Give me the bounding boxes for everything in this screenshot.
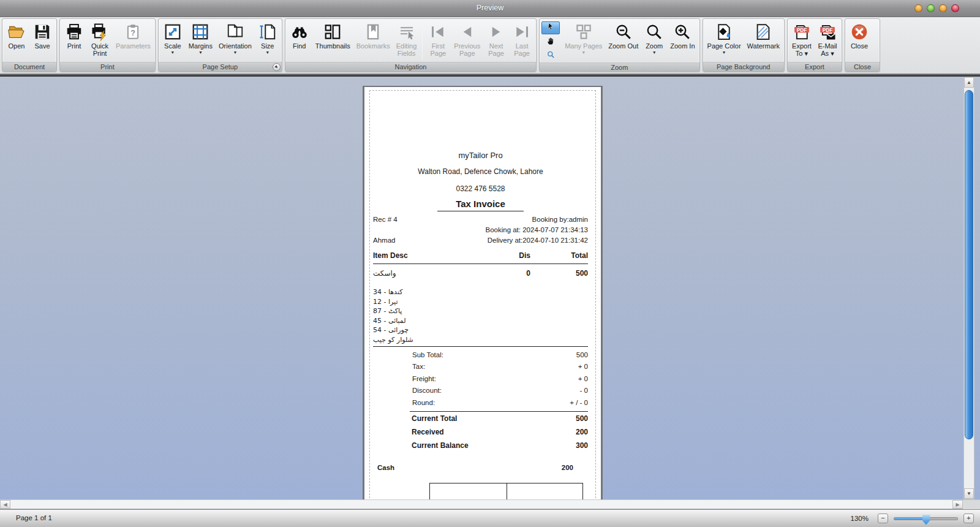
email-pdf-icon: PDF [818,23,837,41]
amount-value: + 0 [578,375,588,382]
receipt-number: Rec # 4 [373,216,398,223]
amount-label: Freight: [373,375,436,382]
bookmarks-icon [364,23,382,41]
ribbon-button-label: Next Page [488,42,504,57]
last-page-icon [513,23,531,41]
group-separator [422,23,423,59]
ribbon-button-previous-page: Previous Page [451,20,483,62]
amount-label: Round: [373,399,435,406]
ribbon-button-orientation[interactable]: Orientation▾ [216,20,255,62]
ribbon-button-scale[interactable]: Scale▾ [160,20,186,62]
ribbon-button-label: Many Pages [565,42,602,50]
amount-label: Received [373,428,444,436]
ribbon-group-caption: Navigation [285,62,536,72]
window-title: Preview [0,4,980,12]
ribbon-button-zoom-in[interactable]: Zoom In [667,20,698,63]
window-orb-maximize[interactable] [927,4,935,12]
many-pages-icon [575,23,593,41]
window-orb-help[interactable] [939,4,947,12]
ribbon-button-margins[interactable]: Margins▾ [186,20,216,62]
measurement-line: تيرا - 12 [373,297,588,307]
horizontal-scrollbar[interactable]: ◀ ▶ [0,499,963,509]
ribbon-button-label: Orientation [219,42,252,50]
ribbon-button-label: Margins [189,42,213,50]
ribbon-group-caption: Print [60,62,155,72]
ribbon-button-page-color[interactable]: Page Color▾ [704,20,744,62]
tool-pointer[interactable] [541,21,560,34]
ribbon-button-watermark[interactable]: Watermark [744,20,783,62]
scroll-up-button[interactable]: ▲ [964,77,974,88]
ribbon-button-thumbnails[interactable]: Thumbnails [312,20,353,62]
measurement-line: چورائى - 54 [373,325,588,335]
window-orb-minimize[interactable] [914,4,922,12]
report-page: myTailor Pro Walton Road, Defence Chowk,… [363,86,603,499]
company-name: myTailor Pro [373,151,588,160]
ribbon-button-e-mail-as[interactable]: PDFE-Mail As ▾ [815,20,840,62]
scroll-down-button[interactable]: ▼ [964,488,974,499]
col-total: Total [530,251,588,260]
tool-hand[interactable] [541,36,560,48]
ribbon-group-export: PDFExport To ▾PDFE-Mail As ▾Export [787,18,842,72]
divider [373,264,588,264]
dropdown-arrow-icon: ▾ [234,50,236,55]
amount-value: 500 [576,414,588,423]
status-bar: Page 1 of 1 130% − + [0,509,980,527]
ribbon-button-close[interactable]: Close [846,20,872,62]
ribbon-button-print[interactable]: Print [61,20,87,62]
zoom-out-button[interactable]: − [878,514,888,523]
tool-magnifier[interactable] [541,50,560,63]
ribbon-button-quick-print[interactable]: Quick Print [87,20,113,62]
scroll-right-button[interactable]: ▶ [952,500,963,509]
invoice-info: Rec # 4 Booking by:admin Booking at: 202… [373,214,588,245]
ribbon-button-label: Editing Fields [396,42,417,57]
amount-label: Tax: [373,363,425,370]
vertical-scrollbar[interactable]: ▲ ▼ [963,77,974,499]
ribbon-button-next-page: Next Page [483,20,509,62]
amount-value: 500 [576,351,588,358]
zoom-slider-thumb[interactable] [922,515,930,525]
ribbon-button-label: Previous Page [454,42,480,57]
ribbon-button-zoom-out[interactable]: Zoom Out [605,20,641,63]
vertical-scrollbar-thumb[interactable] [965,90,973,439]
ribbon-button-size[interactable]: Size▾ [255,20,281,62]
zoom-icon [645,23,663,41]
title-bar: Preview [0,0,980,17]
preview-area[interactable]: myTailor Pro Walton Road, Defence Chowk,… [0,77,980,499]
col-dis: Dis [494,251,530,260]
zoom-slider[interactable] [894,517,958,520]
ribbon-button-label: Zoom Out [608,42,638,50]
dropdown-arrow-icon: ▾ [199,50,202,55]
table-row: واسكت 0 500 [373,269,588,278]
ribbon-button-zoom[interactable]: Zoom▾ [641,20,667,63]
item-dis: 0 [494,269,530,278]
ribbon-group-caption: Close [845,62,880,72]
signature-box [429,483,583,500]
booking-by: Booking by:admin [532,216,588,223]
amount-value: + 0 [578,363,588,370]
ribbon-button-find[interactable]: Find [287,20,312,62]
zoom-in-button[interactable]: + [963,514,974,523]
parameters-icon: ? [124,23,142,41]
ribbon-group-document: OpenSaveDocument [2,18,57,72]
scroll-left-button[interactable]: ◀ [0,500,10,509]
launcher-arrow-icon: ▾ [274,64,280,70]
window-orb-close[interactable] [951,4,959,12]
amount-row: Discount:- 0 [373,385,588,397]
ribbon-button-export-to[interactable]: PDFExport To ▾ [789,20,815,62]
find-icon [290,23,309,41]
amount-label: Current Total [373,414,457,423]
amount-row: Current Balance300 [373,439,588,452]
orientation-icon [226,23,244,41]
dialog-launcher-button[interactable]: ▾ [273,63,281,71]
document-title: Tax Invoice [437,199,524,211]
ribbon-button-open[interactable]: Open [4,20,29,62]
amount-row: Sub Total:500 [373,349,588,361]
amount-label: Discount: [373,387,442,394]
up-arrow-icon: ▲ [967,80,971,85]
company-address: Walton Road, Defence Chowk, Lahore [373,167,588,176]
amount-row: Received200 [373,425,588,439]
measurement-line: كندها - 34 [373,287,588,297]
ribbon-button-save[interactable]: Save [29,20,55,62]
ribbon-button-first-page: First Page [425,20,451,62]
ribbon-button-label: Close [851,42,868,50]
